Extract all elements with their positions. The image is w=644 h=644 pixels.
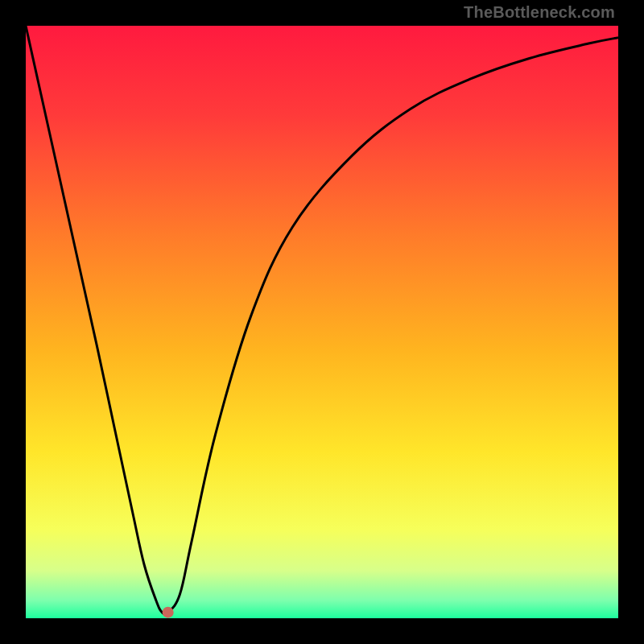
plot-area [26, 26, 618, 618]
chart-frame: TheBottleneck.com [0, 0, 644, 644]
marker-dot [163, 607, 174, 618]
watermark-text: TheBottleneck.com [464, 3, 615, 22]
curve-layer [26, 26, 618, 618]
bottleneck-curve [26, 26, 618, 614]
